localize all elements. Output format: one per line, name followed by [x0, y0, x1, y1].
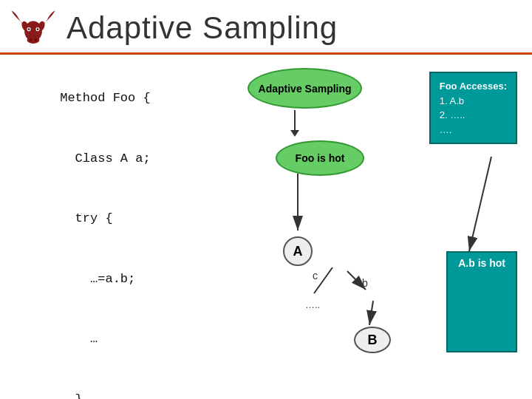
main-content: Method Foo { Class A a; try { …=a.b; … }… [0, 55, 532, 399]
header: Adaptive Sampling [0, 0, 532, 55]
box-accesses-line1: 1. A.b [440, 94, 507, 109]
arrow-1 [294, 110, 296, 131]
svg-point-8 [30, 38, 32, 41]
svg-point-9 [35, 38, 37, 41]
code-line5: … [60, 332, 98, 346]
ellipse-foo-is-hot: Foo is hot [276, 140, 364, 176]
node-B: B [354, 327, 391, 353]
svg-text:c: c [313, 270, 318, 282]
svg-line-11 [469, 157, 491, 251]
diagram-area: Adaptive Sampling Foo is hot Foo Accesse… [218, 68, 517, 386]
box-foo-accesses: Foo Accesses: 1. A.b 2. ….. …. [429, 72, 517, 144]
logo-icon [7, 7, 59, 48]
ellipse-adaptive-sampling: Adaptive Sampling [248, 68, 362, 109]
code-line6: } [60, 392, 83, 399]
svg-point-3 [27, 36, 40, 44]
code-line2: Class A a; [60, 151, 150, 166]
code-line1: Method Foo { [60, 91, 150, 105]
box-accesses-title: Foo Accesses: [440, 79, 507, 94]
box-accesses-line3: …. [440, 123, 507, 137]
svg-point-6 [28, 28, 30, 30]
svg-line-14 [314, 267, 332, 293]
svg-text:…..: ….. [305, 299, 320, 310]
box-accesses-line2: 2. ….. [440, 108, 507, 123]
code-line3: try { [60, 211, 112, 225]
page-title: Adaptive Sampling [66, 10, 338, 46]
node-A: A [283, 236, 313, 266]
box-ab-hot: A.b is hot [446, 251, 517, 352]
code-block: Method Foo { Class A a; try { …=a.b; … }… [15, 68, 203, 399]
svg-point-7 [37, 28, 39, 30]
svg-line-13 [347, 271, 366, 290]
svg-text:b: b [362, 277, 368, 289]
slide: Adaptive Sampling Method Foo { Class A a… [0, 0, 532, 399]
arrowhead-1 [290, 130, 299, 137]
code-line4: …=a.b; [60, 272, 135, 286]
svg-line-16 [369, 301, 373, 325]
